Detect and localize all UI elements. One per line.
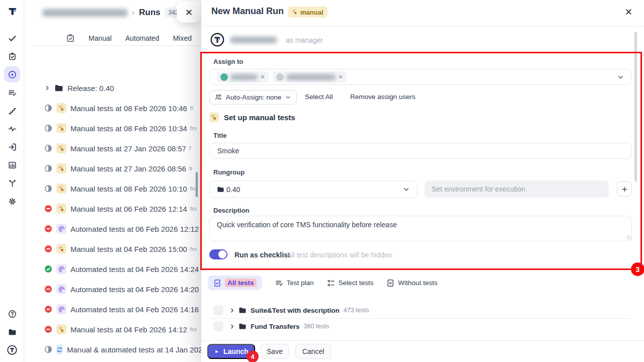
folder-icon xyxy=(217,186,224,193)
run-row[interactable]: Manual tests at 27 Jan 2026 08:57f xyxy=(44,138,201,158)
run-suffix: f xyxy=(189,145,191,151)
suite-checkbox[interactable] xyxy=(213,321,223,331)
status-half-icon xyxy=(44,185,52,193)
status-blocked-icon xyxy=(44,325,52,333)
suite-checkbox[interactable] xyxy=(213,305,223,315)
folder-icon xyxy=(238,306,247,314)
run-as-checklist-toggle[interactable] xyxy=(209,249,227,259)
status-half-icon xyxy=(44,345,52,353)
run-row[interactable]: Automated tests at 04 Feb 2026 14:24 xyxy=(44,259,201,279)
run-label: Manual tests at 27 Jan 2026 08:57 xyxy=(70,144,186,153)
run-row[interactable]: Manual tests at 08 Feb 2026 10:10fro xyxy=(44,178,201,199)
status-blocked-icon xyxy=(44,305,52,313)
manual-run-icon xyxy=(56,204,66,214)
run-group-row[interactable]: Release: 0.40 xyxy=(44,78,201,98)
title-input[interactable] xyxy=(209,143,632,159)
modal-close-icon[interactable] xyxy=(624,8,633,16)
tabs-divider xyxy=(32,45,201,46)
auto-assign-button[interactable]: Auto-Assign: none xyxy=(209,90,297,105)
chevron-right-icon[interactable] xyxy=(229,324,235,329)
run-row[interactable]: Manual tests at 06 Feb 2026 12:14fro xyxy=(44,199,201,219)
chevron-right-icon[interactable] xyxy=(229,308,235,313)
select-icon xyxy=(327,279,335,287)
save-button[interactable]: Save xyxy=(260,344,289,359)
sidebar-item-folder-fill-icon[interactable] xyxy=(4,324,20,340)
cancel-button[interactable]: Cancel xyxy=(295,344,331,359)
run-row[interactable]: Manual tests at 08 Feb 2026 10:34fro xyxy=(44,118,201,138)
user-name-blurred xyxy=(231,74,257,80)
add-environment-button[interactable] xyxy=(617,182,632,197)
panel-close-button[interactable] xyxy=(177,2,201,23)
manual-type-badge: manual xyxy=(288,7,328,18)
manual-icon xyxy=(292,9,298,15)
runs-scrollbar[interactable] xyxy=(196,172,198,197)
user-name-blurred xyxy=(287,74,335,80)
remove-chip-icon[interactable]: ✕ xyxy=(260,74,265,80)
folder-icon xyxy=(238,322,247,330)
tab-all-tests[interactable]: All tests xyxy=(208,276,262,290)
run-label: Manual tests at 27 Jan 2026 08:56 xyxy=(70,164,186,173)
run-row[interactable]: Manual tests at 04 Feb 2026 14:12fro xyxy=(44,319,201,339)
assign-to-label: Assign to xyxy=(213,58,243,65)
run-row[interactable]: Automated tests at 04 Feb 2026 14:16 xyxy=(44,299,201,319)
sidebar-item-import-icon[interactable] xyxy=(4,139,20,155)
chevron-right-icon[interactable] xyxy=(44,85,50,91)
sidebar-item-check-icon[interactable] xyxy=(4,30,20,46)
breadcrumb-section: Runs xyxy=(139,8,160,18)
modal-header-divider xyxy=(201,26,644,26)
assigned-user-chip[interactable]: ✕ xyxy=(217,71,269,82)
sidebar-item-play-circle-icon[interactable] xyxy=(4,66,20,82)
modal-scrollbar[interactable] xyxy=(634,32,637,182)
rungroup-select[interactable]: 0.40 xyxy=(209,180,418,198)
run-label: Automated tests at 06 Feb 2026 12:12 xyxy=(70,225,199,233)
breadcrumb: › Runs 342 xyxy=(43,5,182,20)
run-row[interactable]: Automated tests at 04 Feb 2026 14:20 xyxy=(44,279,201,299)
select-runs-icon[interactable] xyxy=(66,34,75,43)
tab-test-plan[interactable]: Test plan xyxy=(275,279,314,287)
sidebar-item-steps-icon[interactable] xyxy=(4,103,20,119)
sidebar-item-chart-icon[interactable] xyxy=(4,157,20,173)
app-logo-icon[interactable] xyxy=(7,6,18,17)
suite-label: Suite&Test with description xyxy=(251,307,340,314)
sidebar-item-pulse-icon[interactable] xyxy=(4,121,20,137)
textarea-resize-handle[interactable] xyxy=(627,236,631,240)
automated-run-icon xyxy=(56,224,66,234)
environment-input[interactable] xyxy=(425,180,609,198)
page-tab-automated[interactable]: Automated xyxy=(125,34,159,42)
assigned-user-chip[interactable]: ✕ xyxy=(273,71,347,82)
breadcrumb-project-blurred[interactable] xyxy=(43,9,127,17)
run-suffix: fr xyxy=(190,105,194,111)
avatar xyxy=(276,73,284,81)
sidebar-item-list-check-icon[interactable] xyxy=(4,84,20,101)
suite-row[interactable]: Fund Transfers360 tests xyxy=(201,319,632,334)
page-tab-mixed[interactable]: Mixed xyxy=(173,34,192,42)
sidebar xyxy=(0,0,24,362)
run-row[interactable]: Manual tests at 27 Jan 2026 08:56fr xyxy=(44,158,201,178)
remove-chip-icon[interactable]: ✕ xyxy=(338,74,343,80)
run-row[interactable]: Manual & automated tests at 14 Jan 2026 xyxy=(44,339,201,359)
tab-select-tests[interactable]: Select tests xyxy=(327,279,374,287)
sidebar-item-gear-icon[interactable] xyxy=(4,193,20,209)
description-textarea[interactable]: Quick verification of core TMS functiona… xyxy=(209,216,632,241)
modal-title: New Manual Run xyxy=(211,6,284,17)
select-all-button[interactable]: Select All xyxy=(305,93,333,101)
manager-avatar xyxy=(210,33,224,47)
run-label: Manual tests at 06 Feb 2026 12:14 xyxy=(70,205,187,213)
remove-assign-users-button[interactable]: Remove assign users xyxy=(350,93,416,101)
sidebar-item-help-icon[interactable] xyxy=(4,306,20,322)
play-icon xyxy=(214,349,219,354)
tab-without-tests[interactable]: Without tests xyxy=(386,279,437,287)
run-row[interactable]: Manual tests at 04 Feb 2026 15:00fro xyxy=(44,239,201,259)
automated-run-icon xyxy=(56,284,66,294)
sidebar-item-branch-icon[interactable] xyxy=(4,175,20,191)
sidebar-item-clipboard-check-icon[interactable] xyxy=(4,48,20,64)
manual-run-icon xyxy=(56,244,66,254)
status-blocked-icon xyxy=(44,285,52,293)
assign-to-multiselect[interactable]: ✕✕ xyxy=(209,69,632,85)
run-row[interactable]: Automated tests at 06 Feb 2026 12:12 xyxy=(44,219,201,239)
page-tab-manual[interactable]: Manual xyxy=(89,34,112,42)
run-row[interactable]: Manual tests at 08 Feb 2026 10:46fr xyxy=(44,98,201,118)
chevron-down-icon[interactable] xyxy=(617,73,624,81)
sidebar-item-logo-icon[interactable] xyxy=(4,342,20,358)
suite-row[interactable]: Suite&Test with description473 tests xyxy=(201,303,632,318)
